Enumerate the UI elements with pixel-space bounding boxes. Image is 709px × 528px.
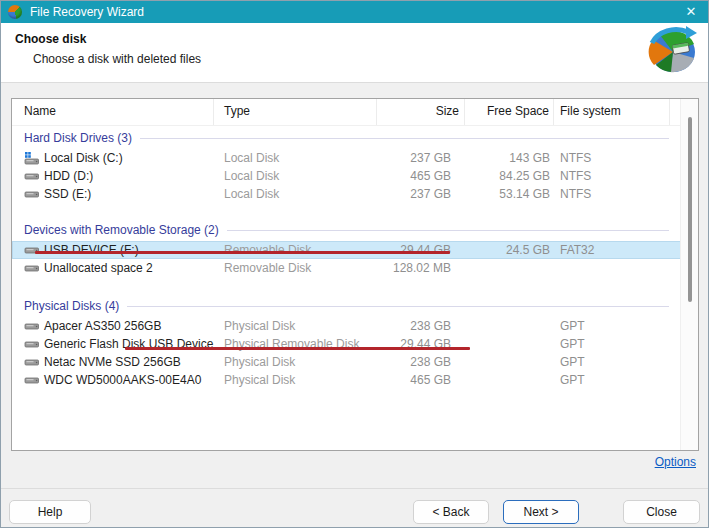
disk-free-space: 53.14 GB [465,185,554,203]
disk-list-body: Name Type Size Free Space File system Ha… [12,99,681,450]
row-unallocated-space-2[interactable]: Unallocated space 2 Removable Disk 128.0… [12,259,681,277]
row-ssd-e[interactable]: SSD (E:) Local Disk 237 GB 53.14 GB NTFS [12,185,681,203]
column-header-name[interactable]: Name [12,99,214,125]
disk-name: Unallocated space 2 [44,259,153,277]
group-label: Devices with Removable Storage (2) [12,223,219,237]
disk-name-cell: WDC WD5000AAKS-00E4A0 [12,371,214,389]
options-link[interactable]: Options [655,455,696,469]
disk-name-cell: SSD (E:) [12,185,214,203]
scrollbar-thumb[interactable] [688,117,692,302]
drive-icon [24,261,40,275]
disk-type: Physical Removable Disk [214,335,377,353]
disk-free-space [465,371,554,389]
disk-type: Physical Disk [214,371,377,389]
list-header: Name Type Size Free Space File system [12,99,681,126]
disk-type: Removable Disk [214,259,377,277]
page-subtitle: Choose a disk with deleted files [33,52,201,66]
column-header-size[interactable]: Size [377,99,465,125]
disk-name: Generic Flash Disk USB Device [44,335,213,353]
disk-name-cell: Netac NVMe SSD 256GB [12,353,214,371]
disk-name: Netac NVMe SSD 256GB [44,353,181,371]
disk-size: 465 GB [377,371,465,389]
drive-icon [24,319,40,333]
disk-size: 237 GB [377,185,465,203]
drive-icon [24,169,40,183]
annotation-redline-usb-device [35,251,450,254]
next-button[interactable]: Next > [503,500,579,524]
disk-file-system [554,259,670,277]
group-label: Physical Disks (4) [12,299,119,313]
group-divider-line [140,138,669,139]
disk-name-cell: Local Disk (C:) [12,149,214,167]
disk-name: Apacer AS350 256GB [44,317,161,335]
app-logo-icon [645,24,701,74]
disk-type: Local Disk [214,167,377,185]
disk-name: HDD (D:) [44,167,93,185]
group-label: Hard Disk Drives (3) [12,131,132,145]
disk-name-cell: Unallocated space 2 [12,259,214,277]
disk-file-system: NTFS [554,149,670,167]
disk-file-system: NTFS [554,185,670,203]
titlebar: File Recovery Wizard ✕ [1,1,708,23]
disk-free-space: 84.25 GB [465,167,554,185]
windows-drive-icon [24,151,40,165]
page-title: Choose disk [15,32,86,46]
close-icon[interactable]: ✕ [674,1,708,23]
annotation-redline-generic-flash [125,347,470,350]
column-header-free-space[interactable]: Free Space [465,99,554,125]
disk-free-space: 24.5 GB [465,241,554,259]
disk-type: Physical Disk [214,353,377,371]
disk-name: SSD (E:) [44,185,91,203]
disk-name-cell: USB DEVICE (F:) [12,241,214,259]
disk-type: Removable Disk [214,241,377,259]
disk-free-space [465,259,554,277]
disk-free-space: 143 GB [465,149,554,167]
disk-size: 29.44 GB [377,335,465,353]
row-hdd-d[interactable]: HDD (D:) Local Disk 465 GB 84.25 GB NTFS [12,167,681,185]
group-removable-storage: Devices with Removable Storage (2) [12,222,681,238]
disk-file-system: GPT [554,317,670,335]
back-button[interactable]: < Back [413,500,489,524]
row-generic-flash-disk[interactable]: Generic Flash Disk USB Device Physical R… [12,335,681,353]
disk-size: 238 GB [377,317,465,335]
wizard-header: Choose disk Choose a disk with deleted f… [1,23,708,83]
footer-divider [1,488,708,489]
group-hard-disk-drives: Hard Disk Drives (3) [12,130,681,146]
vertical-scrollbar[interactable] [680,99,698,450]
disk-free-space [465,353,554,371]
app-icon [8,5,22,19]
drive-icon [24,373,40,387]
disk-free-space [465,317,554,335]
disk-type: Local Disk [214,185,377,203]
disk-size: 29.44 GB [377,241,465,259]
close-button[interactable]: Close [623,500,700,524]
disk-file-system: GPT [554,353,670,371]
disk-type: Physical Disk [214,317,377,335]
row-local-disk-c[interactable]: Local Disk (C:) Local Disk 237 GB 143 GB… [12,149,681,167]
column-header-type[interactable]: Type [214,99,377,125]
row-apacer-as350[interactable]: Apacer AS350 256GB Physical Disk 238 GB … [12,317,681,335]
row-wdc-wd5000aaks[interactable]: WDC WD5000AAKS-00E4A0 Physical Disk 465 … [12,371,681,389]
disk-type: Local Disk [214,149,377,167]
disk-name: Local Disk (C:) [44,149,123,167]
column-header-file-system[interactable]: File system [554,99,670,125]
disk-name-cell: Generic Flash Disk USB Device [12,335,214,353]
group-divider-line [227,230,669,231]
disk-size: 128.02 MB [377,259,465,277]
row-netac-nvme-ssd[interactable]: Netac NVMe SSD 256GB Physical Disk 238 G… [12,353,681,371]
disk-file-system: GPT [554,371,670,389]
disk-list: Name Type Size Free Space File system Ha… [11,98,699,451]
disk-size: 237 GB [377,149,465,167]
drive-icon [24,355,40,369]
group-physical-disks: Physical Disks (4) [12,298,681,314]
disk-file-system: NTFS [554,167,670,185]
drive-icon [24,187,40,201]
disk-file-system: GPT [554,335,670,353]
disk-name: WDC WD5000AAKS-00E4A0 [44,371,201,389]
disk-name-cell: HDD (D:) [12,167,214,185]
group-divider-line [127,306,669,307]
disk-free-space [465,335,554,353]
help-button[interactable]: Help [9,500,91,524]
disk-size: 238 GB [377,353,465,371]
row-usb-device-f[interactable]: USB DEVICE (F:) Removable Disk 29.44 GB … [12,241,681,259]
